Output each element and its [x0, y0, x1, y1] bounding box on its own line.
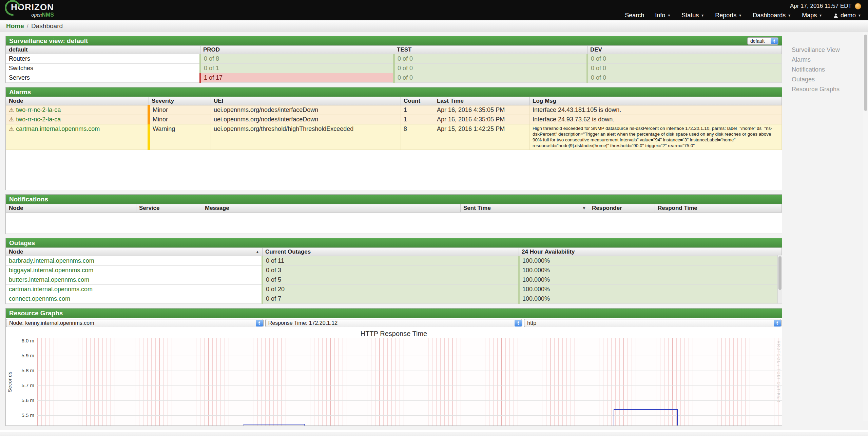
nav-search[interactable]: Search: [625, 12, 644, 19]
sv-cell-dev[interactable]: 0 of 0: [587, 54, 782, 64]
alarm-row: ⚠two-rr-nc-2-la-ca Minor uei.opennms.org…: [6, 105, 782, 115]
resource-select-value: Response Time: 172.20.1.12: [268, 320, 338, 326]
notif-col-responder[interactable]: Responder: [589, 204, 655, 213]
breadcrumb-home-link[interactable]: Home: [6, 22, 24, 30]
table-row: Servers 1 of 17 0 of 0 0 of 0: [6, 73, 782, 83]
sidebar-item-notifications[interactable]: Notifications: [792, 66, 868, 73]
node-select[interactable]: Node: kenny.internal.opennms.com ▲▼: [6, 319, 264, 327]
page-scrollbar-thumb[interactable]: [864, 35, 867, 111]
chart-y-axis-label: Seconds: [7, 371, 13, 392]
surveillance-panel-title: Surveillance view: default: [9, 37, 88, 45]
outages-scrollbar-thumb[interactable]: [778, 256, 782, 290]
surveillance-panel: Surveillance view: default default ▲▼ de…: [5, 36, 782, 83]
resource-select[interactable]: Response Time: 172.20.1.12 ▲▼: [265, 319, 523, 327]
outages-panel-header: Outages: [6, 238, 782, 247]
notif-col-node[interactable]: Node: [6, 204, 136, 213]
sv-cell-dev[interactable]: 0 of 0: [587, 64, 782, 73]
select-stepper-icon: ▲▼: [515, 320, 522, 326]
surveillance-view-select-value: default: [750, 38, 765, 44]
sidebar-item-alarms[interactable]: Alarms: [792, 56, 868, 63]
notifications-header-row: Node Service Message Sent Time▼ Responde…: [6, 204, 782, 213]
outages-col-current[interactable]: Current Outages: [263, 248, 519, 256]
series-line-segment: [614, 409, 678, 425]
nav-info[interactable]: Info▼: [655, 12, 671, 19]
nav-user-menu[interactable]: demo ▼: [833, 12, 861, 19]
outage-node-link[interactable]: connect.opennms.com: [9, 295, 70, 302]
alarms-col-uei: UEI: [211, 97, 401, 105]
node-select-value: Node: kenny.internal.opennms.com: [9, 320, 94, 326]
outages-scrollbar[interactable]: [777, 255, 782, 303]
outage-node-link[interactable]: biggayal.internal.opennms.com: [9, 267, 93, 274]
caret-down-icon: ▼: [738, 14, 742, 17]
sv-cell-test[interactable]: 0 of 0: [394, 64, 587, 73]
outage-availability-cell: 100.000%: [519, 275, 782, 285]
alarms-panel: Alarms Node Severity UEI Count Last Time…: [5, 87, 782, 190]
sv-cell-prod-critical[interactable]: 1 of 17: [200, 73, 394, 83]
sv-cell-test[interactable]: 0 of 0: [394, 54, 587, 64]
nav-user-label: demo: [841, 12, 856, 19]
outage-row: connect.opennms.com 0 of 7 100.000%: [6, 294, 782, 304]
sidebar-item-surveillance-view[interactable]: Surveillance View: [792, 46, 868, 53]
nav-status[interactable]: Status▼: [681, 12, 704, 19]
select-stepper-icon: ▲▼: [256, 320, 263, 326]
alarm-node-cell: ⚠cartman.internal.opennms.com: [6, 124, 149, 150]
alarm-node-link[interactable]: cartman.internal.opennms.com: [16, 125, 100, 132]
notif-col-responder-label: Responder: [592, 205, 622, 211]
y-tick-label: 5.6 m: [21, 397, 34, 403]
sv-cell-prod[interactable]: 0 of 1: [200, 64, 394, 73]
chart-title: HTTP Response Time: [6, 329, 782, 338]
notif-col-service[interactable]: Service: [136, 204, 202, 213]
caret-down-icon: ▼: [701, 14, 704, 17]
graph-select-value: http: [527, 320, 536, 326]
select-stepper-icon: ▲▼: [774, 320, 781, 326]
alarm-log-msg-cell: Interface 24.43.181.105 is down.: [530, 105, 782, 115]
sidebar-item-outages[interactable]: Outages: [792, 76, 868, 83]
notif-col-sent-time-label: Sent Time: [463, 205, 491, 211]
outage-node-link[interactable]: butters.internal.opennms.com: [9, 276, 89, 283]
outage-row: barbrady.internal.opennms.com 0 of 11 10…: [6, 256, 782, 266]
sv-col-default: default: [6, 46, 200, 54]
chart-plot: RRDTOOL / TOBI OETIKER: [37, 338, 782, 425]
sv-cell-prod[interactable]: 0 of 8: [200, 54, 394, 64]
outages-panel: Outages Node▲ Current Outages 24 Hour Av…: [5, 238, 782, 304]
sv-cell-dev[interactable]: 0 of 0: [587, 73, 782, 83]
nav-maps[interactable]: Maps▼: [802, 12, 822, 19]
outage-row: cartman.internal.opennms.com 0 of 20 100…: [6, 285, 782, 294]
y-tick-label: 5.7 m: [21, 382, 34, 389]
main-content: Surveillance view: default default ▲▼ de…: [5, 36, 782, 430]
page-scrollbar[interactable]: [863, 33, 868, 421]
alarm-last-time-cell: Apr 16, 2016 4:35:05 PM: [434, 105, 530, 115]
opennms-horizon-logo[interactable]: HORIZON openNMS: [9, 3, 54, 18]
surveillance-panel-header: Surveillance view: default default ▲▼: [6, 36, 782, 45]
dashboard-sidebar: Surveillance View Alarms Notifications O…: [782, 32, 868, 106]
graph-select[interactable]: http ▲▼: [524, 319, 782, 327]
alarms-header-row: Node Severity UEI Count Last Time Log Ms…: [6, 97, 782, 105]
notif-col-sent-time[interactable]: Sent Time▼: [461, 204, 589, 213]
outage-node-link[interactable]: barbrady.internal.opennms.com: [9, 257, 94, 264]
alarms-col-last-time: Last Time: [434, 97, 530, 105]
resource-select-row: Node: kenny.internal.opennms.com ▲▼ Resp…: [6, 318, 782, 329]
alarm-node-link[interactable]: two-rr-nc-2-la-ca: [16, 106, 61, 113]
y-tick-label: 5.9 m: [21, 353, 34, 359]
top-bar: HORIZON openNMS Apr 17, 2016 11:57 EDT S…: [0, 0, 868, 20]
sv-col-prod: PROD: [200, 46, 394, 54]
outages-col-availability[interactable]: 24 Hour Availability: [519, 248, 782, 256]
warning-triangle-icon: ⚠: [9, 107, 14, 113]
notifications-panel-title: Notifications: [9, 196, 48, 203]
outages-col-node[interactable]: Node▲: [6, 248, 263, 256]
outage-node-link[interactable]: cartman.internal.opennms.com: [9, 286, 93, 293]
surveillance-view-select[interactable]: default ▲▼: [747, 37, 778, 45]
sv-cell-test[interactable]: 0 of 0: [394, 73, 587, 83]
notice-status-icon[interactable]: [855, 3, 861, 9]
caret-down-icon: ▼: [858, 14, 861, 17]
stepper-down-icon: ▼: [258, 323, 261, 325]
nav-dashboards[interactable]: Dashboards▼: [753, 12, 791, 19]
notif-col-message[interactable]: Message: [202, 204, 461, 213]
outage-node-cell: barbrady.internal.opennms.com: [6, 256, 263, 266]
nav-reports[interactable]: Reports▼: [715, 12, 742, 19]
notif-col-respond-time[interactable]: Respond Time: [655, 204, 782, 213]
series-line-segment: [244, 424, 305, 425]
alarm-node-link[interactable]: two-rr-nc-2-la-ca: [16, 116, 61, 123]
alarm-severity-cell: Warning: [149, 124, 211, 150]
sidebar-item-resource-graphs[interactable]: Resource Graphs: [792, 86, 868, 93]
